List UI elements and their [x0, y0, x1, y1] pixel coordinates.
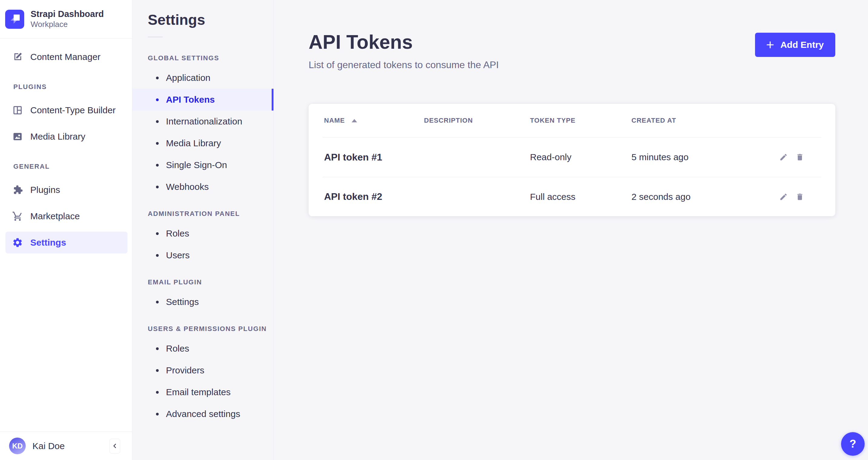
sidebar-section-plugins: PLUGINS	[13, 83, 132, 91]
bullet-dot	[156, 347, 159, 350]
subnav-item-up-email-templates[interactable]: Email templates	[132, 381, 273, 403]
bullet-dot	[156, 164, 159, 166]
collapse-sidebar-button[interactable]	[109, 438, 120, 453]
bullet-dot	[156, 76, 159, 79]
column-header-description: DESCRIPTION	[424, 117, 530, 124]
bullet-dot	[156, 232, 159, 235]
sidebar-item-label: Content-Type Builder	[30, 105, 116, 115]
main-content: API Tokens List of generated tokens to c…	[274, 0, 868, 460]
subnav-divider	[148, 37, 163, 37]
subnav-item-webhooks[interactable]: Webhooks	[132, 176, 273, 198]
delete-button[interactable]	[796, 153, 804, 162]
subnav-item-up-providers[interactable]: Providers	[132, 360, 273, 381]
edit-pencil-icon	[779, 193, 788, 201]
brand-home-link[interactable]: Strapi Dashboard Workplace	[0, 0, 132, 39]
column-header-token-type: TOKEN TYPE	[530, 117, 631, 124]
subnav-item-media-library[interactable]: Media Library	[132, 132, 273, 154]
brand-title: Strapi Dashboard	[31, 9, 104, 20]
subnav-section-users-permissions-plugin: USERS & PERMISSIONS PLUGIN	[148, 325, 273, 333]
page-subtitle: List of generated tokens to consume the …	[309, 59, 835, 70]
page-header: API Tokens List of generated tokens to c…	[309, 0, 835, 70]
bullet-dot	[156, 369, 159, 372]
settings-subnav: Settings GLOBAL SETTINGS Application API…	[132, 0, 274, 460]
user-name: Kai Doe	[32, 441, 65, 451]
subnav-item-admin-roles[interactable]: Roles	[132, 222, 273, 244]
delete-button[interactable]	[796, 192, 804, 202]
bullet-dot	[156, 301, 159, 303]
api-tokens-table-card: NAME DESCRIPTION TOKEN TYPE CREATED AT A…	[309, 104, 835, 216]
brand-subtitle: Workplace	[31, 20, 104, 30]
subnav-item-application[interactable]: Application	[132, 67, 273, 89]
subnav-title: Settings	[148, 11, 273, 28]
bullet-dot	[156, 391, 159, 394]
sidebar-section-general: GENERAL	[13, 163, 132, 171]
user-avatar[interactable]: KD	[9, 438, 26, 454]
token-name: API token #1	[324, 152, 424, 163]
sidebar-item-marketplace[interactable]: Marketplace	[5, 205, 127, 227]
chevron-left-icon	[111, 442, 119, 450]
bullet-dot	[156, 254, 159, 257]
token-name: API token #2	[324, 191, 424, 202]
subnav-item-admin-users[interactable]: Users	[132, 244, 273, 266]
sidebar-item-label: Marketplace	[30, 211, 80, 221]
bullet-dot	[156, 98, 159, 101]
brand-text: Strapi Dashboard Workplace	[31, 9, 104, 30]
help-button[interactable]: ?	[841, 432, 865, 456]
strapi-logo-icon	[5, 10, 24, 29]
bullet-dot	[156, 142, 159, 145]
media-library-icon	[12, 131, 23, 142]
sidebar-item-label: Content Manager	[30, 52, 100, 62]
sidebar-item-label: Settings	[30, 238, 66, 248]
cart-icon	[12, 211, 23, 222]
add-entry-label: Add Entry	[780, 40, 824, 50]
sidebar-item-plugins[interactable]: Plugins	[5, 179, 127, 201]
row-actions	[780, 153, 820, 162]
sidebar-item-settings[interactable]: Settings	[5, 232, 127, 253]
sidebar-item-content-type-builder[interactable]: Content-Type Builder	[5, 99, 127, 121]
token-type: Read-only	[530, 152, 631, 162]
subnav-section-email-plugin: EMAIL PLUGIN	[148, 278, 273, 286]
token-created-at: 5 minutes ago	[631, 152, 780, 162]
subnav-section-global-settings: GLOBAL SETTINGS	[148, 54, 273, 62]
table-row[interactable]: API token #1 Read-only 5 minutes ago	[322, 137, 822, 177]
column-header-name[interactable]: NAME	[324, 117, 424, 124]
main-sidebar: Strapi Dashboard Workplace Content Manag…	[0, 0, 132, 460]
subnav-item-up-advanced-settings[interactable]: Advanced settings	[132, 403, 273, 425]
puzzle-icon	[12, 184, 23, 195]
subnav-item-email-settings[interactable]: Settings	[132, 291, 273, 313]
subnav-item-single-sign-on[interactable]: Single Sign-On	[132, 154, 273, 176]
column-header-created-at: CREATED AT	[631, 117, 780, 124]
edit-pencil-icon	[779, 153, 788, 161]
sidebar-item-label: Media Library	[30, 131, 85, 142]
sidebar-item-content-manager[interactable]: Content Manager	[5, 46, 127, 68]
token-created-at: 2 seconds ago	[631, 192, 780, 202]
row-actions	[780, 192, 820, 202]
table-row[interactable]: API token #2 Full access 2 seconds ago	[322, 177, 822, 216]
sort-asc-triangle-icon	[352, 119, 357, 122]
sidebar-item-label: Plugins	[30, 185, 60, 195]
delete-trash-icon	[796, 153, 804, 161]
plus-icon	[765, 40, 775, 50]
gear-icon	[12, 237, 23, 248]
subnav-section-administration-panel: ADMINISTRATION PANEL	[148, 210, 273, 218]
delete-trash-icon	[796, 193, 804, 201]
add-entry-button[interactable]: Add Entry	[755, 33, 835, 57]
bullet-dot	[156, 413, 159, 416]
edit-button[interactable]	[779, 153, 788, 162]
question-mark-icon: ?	[849, 438, 856, 450]
bullet-dot	[156, 186, 159, 188]
table-header-row: NAME DESCRIPTION TOKEN TYPE CREATED AT	[322, 104, 822, 137]
bullet-dot	[156, 120, 159, 123]
main-nav: Content Manager PLUGINS Content-Type Bui…	[0, 39, 132, 258]
sidebar-item-media-library[interactable]: Media Library	[5, 126, 127, 148]
subnav-item-up-roles[interactable]: Roles	[132, 338, 273, 360]
content-type-builder-icon	[12, 105, 23, 116]
subnav-item-api-tokens[interactable]: API Tokens	[132, 89, 273, 111]
subnav-item-internationalization[interactable]: Internationalization	[132, 111, 273, 132]
content-manager-icon	[12, 52, 23, 62]
edit-button[interactable]	[779, 192, 788, 202]
token-type: Full access	[530, 192, 631, 202]
sidebar-footer: KD Kai Doe	[0, 432, 132, 460]
